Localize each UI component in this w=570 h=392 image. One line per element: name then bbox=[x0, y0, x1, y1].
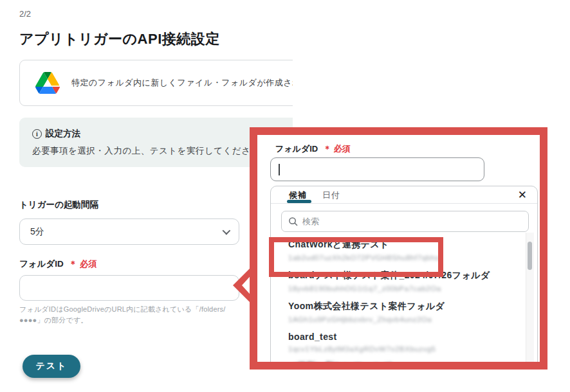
page: 2/2 アプリトリガーのAPI接続設定 特定のフォルダ内に新しくファイル・フォル… bbox=[0, 0, 570, 392]
trigger-summary-card: 特定のフォルダ内に新しくファイル・フォルダが作成されたら bbox=[19, 60, 293, 106]
instructions-title: 設定方法 bbox=[46, 128, 80, 139]
search-icon bbox=[288, 217, 298, 226]
search-field[interactable] bbox=[281, 211, 529, 232]
folder-options-list: ChatWorkと連携テスト 1ab2ud07uzXh2kO72PVGH8Shu… bbox=[288, 239, 509, 370]
close-icon[interactable]: ✕ bbox=[518, 188, 527, 202]
google-drive-icon bbox=[35, 72, 60, 94]
interval-value: 5分 bbox=[30, 226, 223, 238]
folder-id-label: フォルダID＊ 必須 bbox=[19, 258, 97, 270]
test-button[interactable]: テスト bbox=[23, 355, 80, 378]
option-id-blurred: 1AGh1u9PzGHjbbzxbrv_Zhqvb4unz2Oa bbox=[288, 316, 509, 323]
scrollbar-track[interactable] bbox=[526, 233, 534, 370]
option-title: ChatWorkと連携テスト bbox=[288, 239, 509, 251]
suggestions-panel: 候補 日付 ✕ ChatWorkと連携テスト 1ab2ud07uzXh2kO72… bbox=[270, 186, 538, 370]
option-id-blurred: 1ab2ud07uzXh2kO72PVGH8Shu8hf7qbhs bbox=[288, 254, 509, 262]
option-title: board_test bbox=[288, 332, 509, 342]
popup-required-badge: ＊ 必須 bbox=[323, 144, 351, 154]
list-item[interactable]: Yoom株式会社様テスト案件フォルダ 1AGh1u9PzGHjbbzxbrv_Z… bbox=[288, 301, 509, 323]
option-title: （更新）新しいフォルダ bbox=[288, 361, 509, 370]
folder-id-input[interactable] bbox=[19, 275, 239, 301]
list-item[interactable]: ChatWorkと連携テスト 1ab2ud07uzXh2kO72PVGH8Shu… bbox=[288, 239, 509, 262]
interval-label: トリガーの起動間隔 bbox=[19, 199, 98, 211]
trigger-description: 特定のフォルダ内に新しくファイル・フォルダが作成されたら bbox=[71, 77, 293, 89]
option-id-blurred: 1qcv1YbLz8ytM3aXgRDvW7o2BXbuzvg5 bbox=[288, 345, 509, 353]
folder-id-helper: フォルダIDはGoogleDriveのURL内に記載されている「/folders… bbox=[19, 304, 246, 326]
tab-date[interactable]: 日付 bbox=[322, 190, 340, 201]
search-input[interactable] bbox=[302, 217, 522, 226]
page-title: アプリトリガーのAPI接続設定 bbox=[19, 30, 220, 49]
option-id-blurred: 18yvb8190buhhOG1t1q7_z00bPa7cab2Oa bbox=[288, 285, 509, 292]
popup-folder-id-input[interactable] bbox=[270, 157, 484, 181]
step-indicator: 2/2 bbox=[19, 9, 31, 19]
text-cursor bbox=[279, 164, 280, 175]
tab-divider bbox=[271, 203, 537, 204]
popup-folder-id-label: フォルダID＊ 必須 bbox=[275, 143, 351, 155]
required-badge: ＊ 必須 bbox=[69, 259, 97, 269]
info-icon: i bbox=[32, 129, 42, 139]
option-title: Yoom株式会社様テスト案件フォルダ bbox=[288, 301, 509, 312]
trigger-settings-form: 2/2 アプリトリガーのAPI接続設定 特定のフォルダ内に新しくファイル・フォル… bbox=[0, 0, 293, 392]
option-title: boardテスト様テスト案件_2024/07/26フォルダ bbox=[288, 270, 509, 281]
list-item[interactable]: board_test 1qcv1YbLz8ytM3aXgRDvW7o2BXbuz… bbox=[288, 332, 509, 353]
scrollbar-thumb[interactable] bbox=[528, 242, 532, 270]
list-item[interactable]: （更新）新しいフォルダ bbox=[288, 361, 509, 370]
list-item[interactable]: boardテスト様テスト案件_2024/07/26フォルダ 18yvb8190b… bbox=[288, 270, 509, 292]
folder-id-zoom-popup: フォルダID＊ 必須 候補 日付 ✕ bbox=[250, 127, 547, 370]
interval-select[interactable]: 5分 bbox=[19, 218, 239, 245]
chevron-down-icon bbox=[223, 227, 231, 235]
